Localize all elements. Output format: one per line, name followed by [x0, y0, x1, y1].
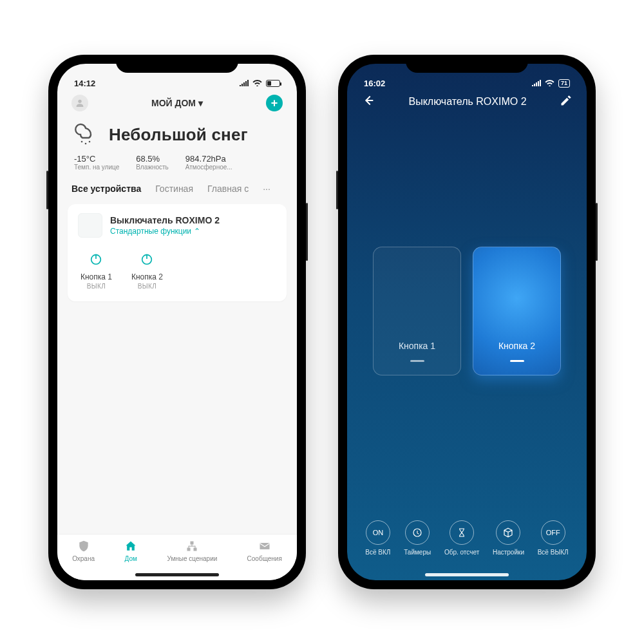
- svg-rect-10: [194, 548, 197, 551]
- action-timers-label: Таймеры: [404, 549, 431, 556]
- weather-pressure-label: Атмосферное...: [185, 164, 232, 171]
- hourglass-icon: [450, 520, 474, 545]
- action-all-off[interactable]: OFF Всё ВЫКЛ: [538, 520, 569, 556]
- device-button-2-state: ВЫКЛ: [131, 283, 163, 290]
- power-icon: [80, 252, 112, 269]
- nav-messages-label: Сообщения: [247, 555, 282, 562]
- battery-icon: [266, 80, 280, 87]
- clock-icon: [405, 520, 430, 545]
- chevron-down-icon: ▾: [198, 98, 203, 108]
- appbar: МОЙ ДОМ ▾ +: [57, 90, 297, 114]
- signal-icon: [240, 79, 249, 88]
- nav-home[interactable]: Дом: [124, 540, 137, 562]
- device-button-2[interactable]: Кнопка 2 ВЫКЛ: [131, 252, 163, 290]
- switch-button-2[interactable]: Кнопка 2: [473, 247, 561, 375]
- status-time: 16:02: [364, 79, 385, 88]
- arrow-left-icon: [361, 93, 375, 108]
- nav-messages[interactable]: Сообщения: [247, 540, 282, 562]
- svg-rect-8: [191, 542, 194, 545]
- action-settings-label: Настройки: [493, 549, 524, 556]
- chevron-up-icon: ⌃: [194, 227, 200, 236]
- envelope-icon: [258, 540, 271, 553]
- device-button-1-label: Кнопка 1: [80, 272, 112, 281]
- action-all-on-label: Всё ВКЛ: [365, 549, 390, 556]
- weather-pressure: 984.72hPa Атмосферное...: [185, 154, 232, 171]
- plus-icon: +: [271, 97, 278, 110]
- device-name: Выключатель ROXIMO 2: [110, 215, 220, 225]
- tab-living-room[interactable]: Гостиная: [155, 184, 193, 194]
- action-all-on[interactable]: ON Всё ВКЛ: [365, 520, 390, 556]
- action-timers[interactable]: Таймеры: [404, 520, 431, 556]
- weather-humidity: 68.5% Влажность: [136, 154, 169, 171]
- person-icon: [75, 98, 85, 108]
- device-functions-toggle[interactable]: Стандартные функции ⌃: [110, 227, 220, 236]
- weather-pressure-value: 984.72hPa: [185, 154, 232, 164]
- tab-main[interactable]: Главная с: [207, 184, 249, 194]
- nav-scenarios-label: Умные сценарии: [167, 555, 218, 562]
- weather-widget[interactable]: Небольшой снег -15°C Темп. на улице 68.5…: [57, 114, 297, 178]
- signal-icon: [532, 79, 541, 88]
- action-countdown-label: Обр. отсчет: [444, 549, 479, 556]
- scenarios-icon: [185, 540, 198, 553]
- home-icon: [124, 540, 137, 553]
- device-button-1[interactable]: Кнопка 1 ВЫКЛ: [80, 252, 112, 290]
- weather-title: Небольшой снег: [109, 125, 248, 145]
- pencil-icon: [560, 94, 573, 107]
- weather-humidity-value: 68.5%: [136, 154, 169, 164]
- profile-avatar[interactable]: [71, 95, 88, 111]
- edit-button[interactable]: [560, 94, 573, 109]
- svg-point-3: [89, 141, 91, 143]
- phone-left: 14:12 МОЙ ДОМ ▾: [48, 55, 306, 589]
- device-button-1-state: ВЫКЛ: [80, 283, 112, 290]
- svg-rect-11: [260, 543, 269, 549]
- back-button[interactable]: [361, 93, 375, 110]
- device-sub-label: Стандартные функции: [110, 227, 191, 236]
- device-thumbnail: [78, 213, 102, 238]
- home-indicator[interactable]: [135, 573, 219, 576]
- weather-humidity-label: Влажность: [136, 164, 169, 171]
- nav-scenarios[interactable]: Умные сценарии: [167, 540, 218, 562]
- svg-rect-9: [187, 548, 191, 551]
- switch-button-2-label: Кнопка 2: [498, 341, 535, 351]
- weather-snow-icon: [71, 120, 100, 149]
- switch-indicator: [510, 360, 524, 362]
- svg-point-0: [78, 100, 81, 103]
- on-icon: ON: [366, 520, 390, 545]
- rooms-tabs: Все устройства Гостиная Главная с ···: [57, 178, 297, 202]
- tab-all-devices[interactable]: Все устройства: [71, 184, 141, 194]
- shield-icon: [77, 540, 90, 553]
- battery-text: 71: [561, 80, 567, 86]
- wifi-icon: [252, 79, 262, 88]
- svg-point-2: [85, 143, 87, 145]
- home-selector[interactable]: МОЙ ДОМ ▾: [151, 98, 203, 108]
- device-card[interactable]: Выключатель ROXIMO 2 Стандартные функции…: [68, 204, 287, 301]
- power-icon: [131, 252, 163, 269]
- notch: [406, 55, 528, 73]
- svg-point-1: [81, 141, 83, 143]
- action-countdown[interactable]: Обр. отсчет: [444, 520, 479, 556]
- device-page-title: Выключатель ROXIMO 2: [408, 96, 526, 108]
- status-time: 14:12: [74, 79, 95, 88]
- switch-indicator: [410, 360, 424, 362]
- tabs-more[interactable]: ···: [263, 184, 270, 194]
- home-indicator[interactable]: [425, 573, 509, 576]
- switch-area: Кнопка 1 Кнопка 2: [347, 247, 587, 375]
- action-settings[interactable]: Настройки: [493, 520, 524, 556]
- action-all-off-label: Всё ВЫКЛ: [538, 549, 569, 556]
- cube-icon: [496, 520, 520, 545]
- battery-icon: 71: [558, 79, 570, 88]
- weather-temp-value: -15°C: [74, 154, 119, 164]
- screen-home: 14:12 МОЙ ДОМ ▾: [57, 64, 297, 580]
- off-icon: OFF: [541, 520, 565, 545]
- nav-security-label: Охрана: [72, 555, 95, 562]
- nav-security[interactable]: Охрана: [72, 540, 95, 562]
- device-button-2-label: Кнопка 2: [131, 272, 163, 281]
- phone-right: 16:02 71 Выключатель ROXIM: [338, 55, 596, 589]
- screen-device-control: 16:02 71 Выключатель ROXIM: [347, 64, 587, 580]
- home-selector-label: МОЙ ДОМ: [151, 98, 196, 108]
- wifi-icon: [545, 79, 554, 88]
- add-device-button[interactable]: +: [266, 95, 283, 111]
- device-bottom-bar: ON Всё ВКЛ Таймеры Обр. отсчет: [347, 520, 587, 556]
- switch-button-1-label: Кнопка 1: [399, 341, 435, 351]
- switch-button-1[interactable]: Кнопка 1: [373, 247, 461, 375]
